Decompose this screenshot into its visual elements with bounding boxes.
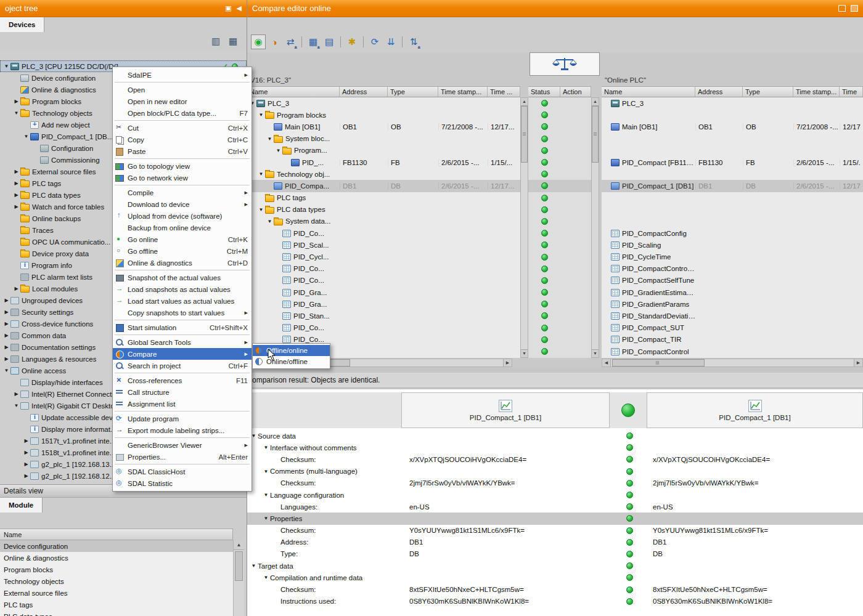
collapse-icon[interactable]: ▼ [266,219,274,224]
property-row-compilation-and-runtime-data[interactable]: ▼Compilation and runtime data [247,572,863,583]
details-item-online-diagnostics[interactable]: Online & diagnostics [0,552,233,564]
expand-icon[interactable]: ▶ [12,169,20,174]
compare-row-plc-data-types[interactable]: ▼PLC data types [247,204,520,216]
property-row-checksum[interactable]: Checksum:x/XVpXTQjSOUCOiHVgOKcciaDE4=x/X… [247,453,863,465]
property-row-language-configuration[interactable]: ▼Language configuration [247,489,863,501]
expand-icon[interactable]: ▶ [12,99,20,104]
collapse-icon[interactable]: ▼ [2,368,10,373]
menu-item-snapshot-of-the-actual-values[interactable]: Snapshot of the actual values [113,272,252,283]
menu-item-compare[interactable]: Compare▶ [113,348,252,360]
menu-item-export-module-labeling-strips[interactable]: Export module labeling strips... [113,424,252,436]
offline-vertical-scrollbar[interactable]: ▲ ▼ [520,97,528,358]
compare-row-pid-gra[interactable]: PID_Gra... [247,298,520,310]
expand-icon[interactable]: ▶ [12,286,20,291]
compare-row-pid-co[interactable]: PID_Co... [247,227,520,239]
compare-row-pid[interactable]: PID_...FB1130FB2/6/2015 -...1/15/... [247,156,520,168]
expand-icon[interactable]: ▶ [2,344,10,350]
menu-item-assignment-list[interactable]: Assignment list [113,398,252,410]
menu-item-copy[interactable]: CopyCtrl+C [113,134,252,145]
collapse-icon[interactable]: ▼ [257,112,265,118]
compare-row-pid-compactcontrolp[interactable]: PID_CompactControlP... [602,263,863,275]
expand-icon[interactable]: ▶ [22,473,30,479]
compare-row-system-bloc[interactable]: ▼System bloc... [247,133,520,145]
details-item-device-configuration[interactable]: Device configuration [0,540,233,552]
expand-icon[interactable]: ▶ [2,321,10,326]
collapse-icon[interactable]: ▼ [250,563,258,569]
menu-item-search-in-project[interactable]: Search in projectCtrl+F [113,360,252,371]
action-header[interactable]: Action [560,87,591,97]
expand-icon[interactable]: ▶ [2,298,10,303]
column-header-time-stamp[interactable]: Time stamp... [438,87,488,97]
expand-icon[interactable]: ▶ [12,192,20,198]
menu-item-copy-snapshots-to-start-values[interactable]: Copy snapshots to start values▶ [113,307,252,318]
property-row-languages[interactable]: Languages:en-USen-US [247,501,863,513]
compare-row-pid-cycletime[interactable]: PID_CycleTime [602,251,863,262]
column-header-type[interactable]: Type [388,87,438,97]
expand-icon[interactable]: ▶ [12,180,20,186]
menu-item-open[interactable]: Open [113,84,252,95]
collapse-icon[interactable]: ▼ [262,445,270,450]
collapse-icon[interactable]: ▼ [22,134,30,139]
restore-window-icon[interactable] [838,5,846,12]
object-overview-button[interactable]: ▤ [322,34,337,49]
permissions-button[interactable]: ✱ [345,34,359,49]
scroll-up-icon[interactable]: ▲ [521,98,528,106]
expand-collapse-view-button[interactable]: ▦ [226,34,240,49]
offline-online-comparison-button[interactable]: ◑ [267,34,282,49]
compare-row-pid-compact-fb1130[interactable]: PID_Compact [FB1130]FB1130FB2/6/2015 -..… [602,156,863,168]
compare-row-pid-compact-tir[interactable]: PID_Compact_TIR [602,334,863,346]
compare-row-pid-gradientparams[interactable]: PID_GradientParams [602,298,863,310]
refresh-comparison-button[interactable]: ⟳ [367,34,382,49]
expand-icon[interactable]: ▶ [12,204,20,209]
compare-row-system-data[interactable]: ▼System data... [247,216,520,227]
compare-row-pid-compactconfig[interactable]: PID_CompactConfig [602,227,863,239]
details-scrollbar[interactable]: ▲ [233,540,244,616]
menu-item-download-to-device[interactable]: Download to device▶ [113,198,252,210]
details-name-header[interactable]: Name [0,529,233,540]
scroll-thumb[interactable] [612,359,705,367]
compare-row-program[interactable]: ▼Program... [247,145,520,156]
float-panel-icon[interactable]: ▣ [225,4,231,12]
maximize-window-icon[interactable] [851,5,858,12]
compare-row-pid-co[interactable]: PID_Co... [247,322,520,334]
expand-icon[interactable]: ▶ [12,391,20,397]
scroll-thumb[interactable] [521,106,528,163]
property-row-properties[interactable]: ▼Properties [247,513,863,524]
column-header-time[interactable]: Time [840,87,863,97]
comparison-criteria-button[interactable]: ⇄± [283,34,298,49]
collapse-icon[interactable]: ▼ [262,492,270,498]
property-row-address[interactable]: Address:DB1DB1 [247,537,863,548]
details-item-plc-tags[interactable]: PLC tags [0,599,233,610]
status-header[interactable]: Status [528,87,560,97]
menu-item-update-program[interactable]: Update program [113,413,252,424]
menu-item-open-block-plc-data-type[interactable]: Open block/PLC data type...F7 [113,107,252,119]
column-header-name[interactable]: Name [247,87,340,97]
menu-item-sdaipe[interactable]: SdaIPE▶ [113,69,252,81]
compare-row-program-blocks[interactable]: ▼Program blocks [247,109,520,121]
expand-icon[interactable]: ▶ [2,356,10,362]
submenu-item-online-offline[interactable]: Online/offline [253,356,330,367]
online-horizontal-scrollbar[interactable]: ◀ ▶ [602,359,863,367]
column-header-time[interactable]: Time ... [488,87,520,97]
compare-row-pid-scal[interactable]: PID_Scal... [247,239,520,251]
menu-item-properties[interactable]: Properties...Alt+Enter [113,451,252,463]
compare-row-main-ob1[interactable]: Main [OB1]OB1OB7/21/2008 -...12/17... [247,121,520,132]
scroll-up-icon[interactable]: ▲ [592,98,599,106]
menu-item-paste[interactable]: PasteCtrl+V [113,145,252,157]
menu-item-global-search-tools[interactable]: Global Search Tools▶ [113,336,252,348]
compare-row-pid-gra[interactable]: PID_Gra... [247,286,520,298]
compare-row-pid-cycl[interactable]: PID_Cycl... [247,251,520,262]
menu-item-sdal-statistic[interactable]: SDAL Statistic [113,477,252,489]
property-row-checksum[interactable]: Checksum:Y0sYUUYwwg81kt1S1MLc6/x9FTk=Y0s… [247,525,863,537]
scroll-right-icon[interactable]: ▶ [503,359,512,367]
expand-icon[interactable]: ▶ [22,450,30,455]
property-row-instructions-used[interactable]: Instructions used:0S8Y630mK6SuBNlKBIWnKo… [247,596,863,607]
menu-item-backup-from-online-device[interactable]: Backup from online device [113,222,252,233]
compare-row-pid-co[interactable]: PID_Co... [247,263,520,275]
expand-icon[interactable]: ▶ [22,461,30,467]
compare-row-pid-gradientestimation[interactable]: PID_GradientEstimation [602,286,863,298]
details-item-technology-objects[interactable]: Technology objects [0,575,233,587]
menu-item-upload-from-device-software[interactable]: Upload from device (software) [113,210,252,222]
menu-item-open-in-new-editor[interactable]: Open in new editor [113,95,252,107]
scroll-up-icon[interactable]: ▲ [234,540,244,550]
